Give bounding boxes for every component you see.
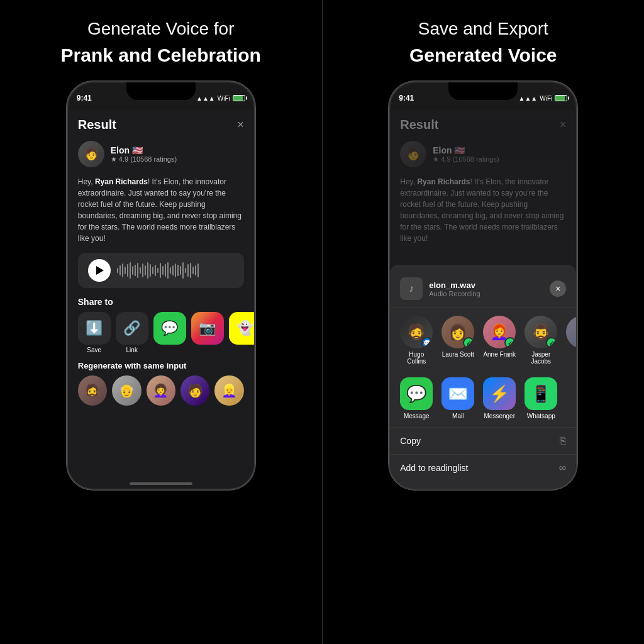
voice-avatar: 🧑 <box>78 141 104 167</box>
home-indicator <box>130 482 192 485</box>
messenger-app-item[interactable]: ⚡ Messenger <box>483 377 516 419</box>
instagram-icon: 📷 <box>199 320 216 336</box>
message-app-item[interactable]: 💬 Message <box>400 377 433 419</box>
hugo-avatar: 🧔 💬 <box>400 316 433 348</box>
right-status-time: 9:41 <box>399 94 414 103</box>
copy-action[interactable]: Copy ⎘ <box>390 427 576 454</box>
whatsapp-app-icon[interactable]: 📱 <box>525 377 557 410</box>
right-wifi-icon: WiFi <box>540 95 552 102</box>
left-phone: 9:41 ▲▲▲ WiFi Result × 🧑 Elon <box>67 81 255 490</box>
save-label: Save <box>87 347 101 353</box>
close-sheet-button[interactable]: × <box>550 280 566 297</box>
whatsapp-app-label: Whatsapp <box>527 413 555 419</box>
message-text: Hey, Ryan Richards! It's Elon, the innov… <box>68 171 254 249</box>
file-type: Audio Recording <box>429 290 480 297</box>
contact-anne-frank[interactable]: 👩‍🦰 ✓ Anne Frank <box>483 316 516 365</box>
waveform-bar <box>127 264 128 277</box>
instagram-share-item[interactable]: 📷 <box>191 312 224 353</box>
instagram-icon-box[interactable]: 📷 <box>191 312 224 345</box>
contact-hugo-collins[interactable]: 🧔 💬 Hugo Collins <box>400 316 433 365</box>
right-panel: Save and Export Generated Voice 9:41 ▲▲▲… <box>323 0 645 644</box>
waveform-bar <box>162 266 164 275</box>
regen-avatar-2[interactable]: 👴 <box>112 375 141 406</box>
copy-icon: ⎘ <box>560 435 566 447</box>
contact-jasper-jacobs[interactable]: 🧔‍♂️ ✓ Jasper Jacobs <box>525 316 557 365</box>
right-title-bold: Generated Voice <box>409 43 557 67</box>
regen-avatar-1[interactable]: 🧔 <box>78 375 107 406</box>
waveform-bar <box>172 265 174 275</box>
right-result-title: Result <box>400 118 438 132</box>
waveform-bar <box>185 268 186 273</box>
waveform-bar <box>190 263 191 278</box>
messages-icon-box[interactable]: 💬 <box>153 312 186 345</box>
messenger-badge: 💬 <box>421 337 433 348</box>
right-message-text: Hey, Ryan Richards! It's Elon, the innov… <box>390 171 576 249</box>
link-share-item[interactable]: 🔗 Link <box>116 312 148 353</box>
waveform-bar <box>182 262 184 279</box>
share-section: Share to ⬇️ Save 🔗 Link <box>68 292 254 356</box>
voice-profile: 🧑 Elon 🇺🇸 ★ 4.9 (10568 ratings) <box>68 137 254 171</box>
readinglist-icon: ∞ <box>559 462 566 474</box>
snapchat-share-item[interactable]: 👻 <box>229 312 254 353</box>
whatsapp-app-item[interactable]: 📱 Whatsapp <box>525 377 557 419</box>
voice-info: Elon 🇺🇸 ★ 4.9 (10568 ratings) <box>111 145 177 164</box>
battery-icon <box>233 95 245 101</box>
regen-avatar-5[interactable]: 👱‍♀️ <box>214 375 243 406</box>
waveform-bar <box>152 267 153 274</box>
close-button[interactable]: × <box>237 118 244 131</box>
contact-laura-scott[interactable]: 👩 ✓ Laura Scott <box>441 316 474 365</box>
right-status-icons: ▲▲▲ WiFi <box>519 95 568 102</box>
messages-share-item[interactable]: 💬 <box>153 312 186 353</box>
share-sheet: ♪ elon_m.wav Audio Recording × 🧔 💬 <box>390 265 576 489</box>
contacts-row: 🧔 💬 Hugo Collins 👩 ✓ Laura Scott <box>390 308 576 372</box>
voice-rating: ★ 4.9 (10568 ratings) <box>111 155 177 164</box>
mail-app-item[interactable]: ✉️ Mail <box>441 377 474 419</box>
right-title-normal: Save and Export <box>418 18 548 40</box>
play-button[interactable] <box>88 259 111 282</box>
voice-name: Elon 🇺🇸 <box>111 145 177 155</box>
save-share-item[interactable]: ⬇️ Save <box>78 312 111 353</box>
waveform-bar <box>140 267 141 274</box>
result-title: Result <box>78 118 116 132</box>
readinglist-action[interactable]: Add to readinglist ∞ <box>390 454 576 481</box>
mail-app-icon[interactable]: ✉️ <box>441 377 474 410</box>
waveform-bar <box>147 262 148 279</box>
ma-name: Ma... <box>575 351 576 358</box>
right-close-button[interactable]: × <box>560 118 567 131</box>
messenger-app-icon[interactable]: ⚡ <box>483 377 516 410</box>
waveform-bar <box>132 266 133 275</box>
waveform-bar <box>142 264 143 277</box>
message-app-icon[interactable]: 💬 <box>400 377 433 410</box>
regen-avatar-3[interactable]: 👩‍🦱 <box>147 375 175 406</box>
jasper-name: Jasper Jacobs <box>525 351 557 365</box>
left-title-normal: Generate Voice for <box>87 18 234 40</box>
messenger-app-label: Messenger <box>484 413 515 419</box>
right-voice-info: Elon 🇺🇸 ★ 4.9 (10568 ratings) <box>433 145 499 164</box>
regen-section: Regenerate with same input 🧔 👴 👩‍🦱 🧑 👱‍♀… <box>68 356 254 411</box>
waveform-bar <box>177 265 179 276</box>
right-voice-avatar: 🧑 <box>400 141 426 167</box>
link-icon-box[interactable]: 🔗 <box>116 312 148 345</box>
status-icons: ▲▲▲ WiFi <box>196 95 245 102</box>
ma-avatar: 👤 <box>566 316 576 348</box>
waveform-bar <box>135 265 136 276</box>
dimmed-content: Result × 🧑 Elon 🇺🇸 ★ 4.9 (10568 ratings)… <box>390 110 576 249</box>
save-icon-box[interactable]: ⬇️ <box>78 312 111 345</box>
audio-player[interactable] <box>78 253 244 288</box>
waveform-bar <box>160 263 161 278</box>
link-icon: 🔗 <box>123 320 140 336</box>
right-phone: 9:41 ▲▲▲ WiFi Result × � <box>389 81 577 490</box>
waveform-bar <box>119 265 121 275</box>
share-icons-row: ⬇️ Save 🔗 Link 💬 <box>78 312 244 353</box>
link-label: Link <box>126 347 138 353</box>
waveform-bar <box>195 265 196 275</box>
snapchat-icon: 👻 <box>236 320 253 336</box>
waveform-bar <box>137 263 138 278</box>
contact-ma[interactable]: 👤 Ma... <box>566 316 576 365</box>
wifi-icon: WiFi <box>218 95 230 102</box>
regen-avatar-4[interactable]: 🧑 <box>180 375 209 406</box>
right-battery-icon <box>555 95 567 101</box>
signal-icon: ▲▲▲ <box>196 95 215 102</box>
green-badge-jasper: ✓ <box>546 337 557 348</box>
snapchat-icon-box[interactable]: 👻 <box>229 312 254 345</box>
